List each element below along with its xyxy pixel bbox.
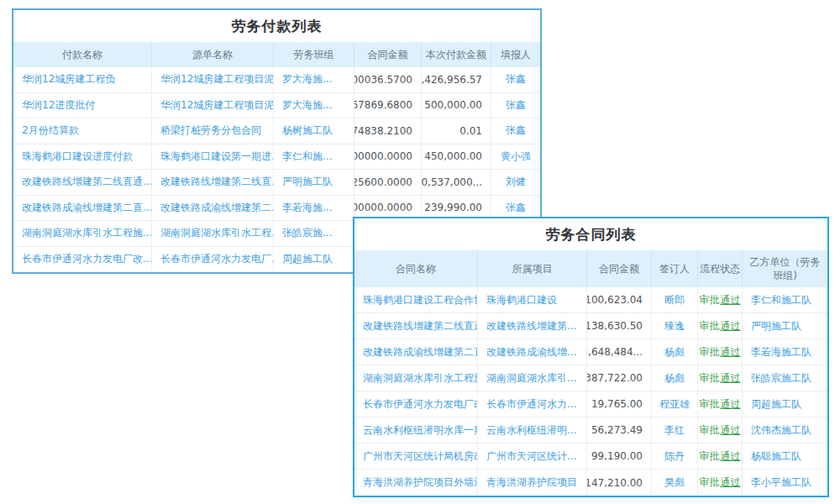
contract-table-row: 长春市伊通河水力发电厂改...长春市伊通河水力...19,765.00程亚雄审批…	[354, 391, 827, 417]
payment-name-link[interactable]: 珠海鹤港口建设进度付款	[13, 144, 152, 170]
contract-name-link[interactable]: 改建铁路成渝线增建第二直...	[354, 339, 478, 365]
contract-table-row: 湖南洞庭湖水库引水工程施...湖南洞庭湖水库引...387,722.00杨彪审批…	[354, 365, 827, 391]
party-b-team-link[interactable]: 张皓宸施工队	[743, 365, 827, 391]
reporter-link[interactable]: 刘健	[491, 170, 540, 195]
payment-name-link[interactable]: 华润12城房建工程负	[13, 67, 152, 92]
column-header: 填报人	[491, 42, 540, 67]
contract-amount-value: 100,623.04	[587, 287, 652, 312]
contract-name-link[interactable]: 长春市伊通河水力发电厂改...	[354, 391, 478, 417]
source-doc-link[interactable]: 改建铁路线增建第二线直...	[152, 170, 274, 195]
status-pass-link[interactable]: 通过	[721, 293, 741, 307]
labor-contract-title: 劳务合同列表	[354, 218, 827, 250]
signer-link[interactable]: 臻逸	[652, 313, 698, 339]
source-doc-link[interactable]: 湖南洞庭湖水库引水工程...	[152, 221, 274, 246]
source-doc-link[interactable]: 长春市伊通河水力发电厂...	[152, 247, 274, 273]
contract-amount-value: 387,722.00	[587, 365, 652, 391]
source-doc-link[interactable]: 华润12城房建工程项目泥...	[152, 67, 274, 92]
payment-table-header-row: 付款名称源单名称劳务班组合同金额本次付款金额填报人	[13, 42, 540, 67]
contract-table-row: 青海洪湖养护院项目外墙涂...青海洪湖养护院项目147,210.00昊彪审批通过…	[354, 470, 827, 496]
contract-amount-value: 3,648,484...	[587, 339, 652, 365]
party-b-team-link[interactable]: 严明施工队	[743, 313, 827, 339]
status-pass-link[interactable]: 通过	[721, 449, 741, 464]
project-link[interactable]: 改建铁路成渝线增...	[478, 339, 587, 365]
party-b-team-link[interactable]: 周超施工队	[743, 391, 827, 417]
source-doc-link[interactable]: 华润12城房建工程项目泥...	[152, 93, 274, 118]
labor-team-link[interactable]: 周超施工队	[274, 247, 354, 273]
contract-table-row: 改建铁路线增建第二线直通...改建铁路线增建第...138,630.50臻逸审批…	[354, 313, 827, 339]
status-approve-text: 审批	[700, 371, 720, 386]
status-approve-text: 审批	[700, 293, 720, 307]
contract-amount-value: 100000.0000	[354, 144, 422, 170]
status-approve-text: 审批	[700, 319, 720, 333]
status-pass-link[interactable]: 通过	[721, 397, 741, 412]
party-b-team-link[interactable]: 李小平施工队	[743, 470, 827, 496]
signer-link[interactable]: 程亚雄	[652, 391, 698, 417]
payment-name-link[interactable]: 改建铁路线增建第二线直通...	[13, 170, 152, 195]
labor-team-link[interactable]: 杨树施工队	[274, 118, 354, 144]
contract-name-link[interactable]: 云南水利枢纽潜明水库一期...	[354, 417, 478, 443]
contract-amount-value: 6867869.6800	[354, 93, 422, 118]
reporter-link[interactable]: 张鑫	[491, 67, 540, 92]
project-link[interactable]: 改建铁路线增建第...	[478, 313, 587, 339]
contract-name-link[interactable]: 珠海鹤港口建设工程合作协...	[354, 287, 478, 312]
project-link[interactable]: 青海洪湖养护院项目	[478, 470, 587, 496]
reporter-link[interactable]: 张鑫	[491, 93, 540, 118]
labor-team-link[interactable]: 张皓宸施...	[274, 221, 354, 246]
status-approve-text: 审批	[700, 475, 720, 490]
process-status: 审批通过	[698, 470, 743, 496]
source-doc-link[interactable]: 桥梁打桩劳务分包合同	[152, 118, 274, 144]
payment-name-link[interactable]: 华润12进度批付	[13, 93, 152, 118]
contract-amount-value: 174838.2100	[354, 118, 422, 144]
labor-team-link[interactable]: 罗大海施...	[274, 67, 354, 92]
reporter-link[interactable]: 张鑫	[491, 118, 540, 144]
contract-amount-value: 99,190.00	[587, 444, 652, 469]
payment-table-row: 华润12进度批付华润12城房建工程项目泥...罗大海施...6867869.68…	[13, 93, 540, 119]
reporter-link[interactable]: 黄小强	[491, 144, 540, 170]
party-b-team-link[interactable]: 李仁和施工队	[743, 287, 827, 312]
contract-amount-value: 147,210.00	[587, 470, 652, 496]
contract-table-row: 珠海鹤港口建设工程合作协...珠海鹤港口建设100,623.04断郎审批通过李仁…	[354, 287, 827, 313]
payment-name-link[interactable]: 长春市伊通河水力发电厂改...	[13, 247, 152, 273]
signer-link[interactable]: 李红	[652, 417, 698, 443]
source-doc-link[interactable]: 改建铁路成渝线增建第二...	[152, 196, 274, 221]
labor-team-link[interactable]: 李若海施...	[274, 196, 354, 221]
status-pass-link[interactable]: 通过	[721, 345, 741, 360]
contract-amount-value: 25600.0000	[354, 170, 422, 195]
contract-name-link[interactable]: 湖南洞庭湖水库引水工程施...	[354, 365, 478, 391]
project-link[interactable]: 广州市天河区统计...	[478, 444, 587, 469]
signer-link[interactable]: 断郎	[652, 287, 698, 312]
payment-table-row: 华润12城房建工程负华润12城房建工程项目泥...罗大海施...4600036.…	[13, 67, 540, 93]
signer-link[interactable]: 陈丹	[652, 444, 698, 469]
status-pass-link[interactable]: 通过	[721, 423, 741, 438]
contract-name-link[interactable]: 广州市天河区统计局机房改...	[354, 444, 478, 469]
payment-name-link[interactable]: 改建铁路成渝线增建第二直...	[13, 196, 152, 221]
column-header: 签订人	[652, 250, 698, 287]
contract-name-link[interactable]: 青海洪湖养护院项目外墙涂...	[354, 470, 478, 496]
party-b-team-link[interactable]: 李若海施工队	[743, 339, 827, 365]
labor-payment-title: 劳务付款列表	[13, 10, 540, 42]
status-approve-text: 审批	[700, 345, 720, 360]
status-pass-link[interactable]: 通过	[721, 475, 741, 490]
contract-name-link[interactable]: 改建铁路线增建第二线直通...	[354, 313, 478, 339]
signer-link[interactable]: 昊彪	[652, 470, 698, 496]
status-pass-link[interactable]: 通过	[721, 371, 741, 386]
party-b-team-link[interactable]: 杨聪施工队	[743, 444, 827, 469]
signer-link[interactable]: 杨彪	[652, 339, 698, 365]
party-b-team-link[interactable]: 沈伟杰施工队	[743, 417, 827, 443]
column-header: 合同名称	[354, 250, 478, 287]
column-header: 所属项目	[478, 250, 587, 287]
project-link[interactable]: 云南水利枢纽潜明...	[478, 417, 587, 443]
project-link[interactable]: 长春市伊通河水力...	[478, 391, 587, 417]
source-doc-link[interactable]: 珠海鹤港口建设第一期进...	[152, 144, 274, 170]
labor-team-link[interactable]: 李仁和施...	[274, 144, 354, 170]
signer-link[interactable]: 杨彪	[652, 365, 698, 391]
status-approve-text: 审批	[700, 397, 720, 412]
project-link[interactable]: 珠海鹤港口建设	[478, 287, 587, 312]
status-pass-link[interactable]: 通过	[721, 319, 741, 333]
payment-name-link[interactable]: 湖南洞庭湖水库引水工程施...	[13, 221, 152, 246]
contract-amount-value: 56,273.49	[587, 417, 652, 443]
labor-team-link[interactable]: 严明施工队	[274, 170, 354, 195]
project-link[interactable]: 湖南洞庭湖水库引...	[478, 365, 587, 391]
payment-name-link[interactable]: 2月份结算款	[13, 118, 152, 144]
labor-team-link[interactable]: 罗大海施...	[274, 93, 354, 118]
